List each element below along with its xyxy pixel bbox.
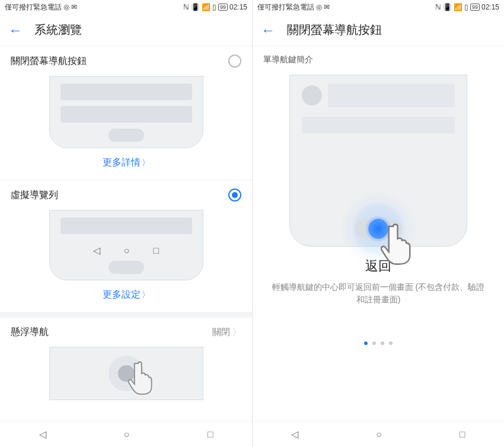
content: 關閉螢幕導航按鈕 更多詳情〉 虛擬導覽列 ◁ ○ □ 更多設定〉 — [0, 46, 252, 421]
option-value: 關閉 — [212, 327, 230, 338]
wifi-icon: 📶 — [454, 3, 462, 11]
status-bar: 僅可撥打緊急電話 ◎ ✉ ℕ 📳 📶 ▯ 99 02:15 — [253, 0, 504, 14]
title-bar: ← 關閉螢幕導航按鈕 — [253, 14, 504, 46]
nav-recents-button[interactable]: □ — [460, 429, 465, 440]
left-screen: 僅可撥打緊急電話 ◎ ✉ ℕ 📳 📶 ▯ 99 02:15 ← 系統瀏覽 關閉螢… — [0, 0, 252, 447]
status-network-text: 僅可撥打緊急電話 — [5, 2, 62, 12]
nfc-icon: ℕ — [183, 3, 189, 11]
signal-icon: ◎ — [63, 3, 69, 11]
pager-dot — [372, 341, 376, 345]
radio-unchecked[interactable] — [228, 55, 241, 68]
wifi-icon: 📶 — [202, 3, 210, 11]
signal-icon: ◎ — [316, 3, 322, 11]
chevron-right-icon: 〉 — [232, 327, 241, 338]
avatar-placeholder — [302, 85, 322, 106]
status-bar: 僅可撥打緊急電話 ◎ ✉ ℕ 📳 📶 ▯ 99 02:15 — [0, 0, 252, 14]
sim-icon: ▯ — [212, 3, 216, 11]
back-button[interactable]: ← — [261, 23, 275, 37]
pager-dot-active — [364, 341, 368, 345]
system-nav-bar: ◁ ○ □ — [253, 421, 504, 447]
pager-dot — [381, 341, 384, 345]
nfc-icon: ℕ — [435, 3, 441, 11]
right-screen: 僅可撥打緊急電話 ◎ ✉ ℕ 📳 📶 ▯ 99 02:15 ← 關閉螢幕導航按鈕… — [252, 0, 504, 447]
back-triangle-icon: ◁ — [93, 245, 100, 256]
vibrate-icon: 📳 — [191, 3, 200, 11]
status-time: 02:15 — [481, 3, 499, 11]
preview-floating-nav — [49, 347, 203, 400]
option-disable-nav-buttons[interactable]: 關閉螢幕導航按鈕 — [0, 46, 252, 76]
nav-back-button[interactable]: ◁ — [291, 429, 298, 440]
battery-icon: 99 — [218, 4, 228, 11]
nav-recents-button[interactable]: □ — [208, 429, 213, 440]
mail-icon: ✉ — [71, 3, 77, 11]
tap-target — [355, 220, 402, 238]
status-time: 02:15 — [229, 3, 247, 11]
mail-icon: ✉ — [324, 3, 330, 11]
more-details-link[interactable]: 更多詳情〉 — [0, 148, 252, 180]
back-button[interactable]: ← — [8, 23, 23, 37]
battery-icon: 99 — [470, 4, 480, 11]
content: 單導航鍵簡介 返回 輕觸導航鍵的中心即可返回前一個畫面 (不包含付款、 — [253, 46, 504, 421]
tutorial-illustration — [289, 75, 467, 247]
nav-home-button[interactable]: ○ — [124, 429, 130, 440]
nav-home-button[interactable]: ○ — [376, 429, 382, 440]
more-settings-link[interactable]: 更多設定〉 — [0, 280, 252, 312]
chevron-right-icon: 〉 — [142, 290, 150, 299]
preview-virtual-navbar: ◁ ○ □ — [49, 210, 203, 280]
system-nav-bar: ◁ ○ □ — [0, 421, 252, 447]
option-floating-nav[interactable]: 懸浮導航 關閉 〉 — [0, 318, 252, 347]
title-bar: ← 系統瀏覽 — [0, 14, 252, 46]
page-title: 系統瀏覽 — [34, 22, 82, 38]
section-divider — [0, 312, 252, 318]
reply-placeholder — [302, 117, 455, 133]
page-indicator[interactable] — [253, 341, 504, 345]
status-network-text: 僅可撥打緊急電話 — [257, 2, 314, 12]
sim-icon: ▯ — [464, 3, 468, 11]
vibrate-icon: 📳 — [443, 3, 452, 11]
option-virtual-navbar[interactable]: 虛擬導覽列 — [0, 180, 252, 210]
tutorial-description: 輕觸導航鍵的中心即可返回前一個畫面 (不包含付款、驗證和註冊畫面) — [253, 275, 504, 306]
home-circle-icon: ○ — [124, 245, 130, 256]
message-placeholder — [328, 84, 455, 107]
option-label: 虛擬導覽列 — [11, 189, 58, 202]
option-label: 關閉螢幕導航按鈕 — [11, 55, 87, 68]
preview-disable-nav — [49, 76, 203, 148]
option-label: 懸浮導航 — [11, 326, 49, 339]
recents-square-icon: □ — [154, 245, 160, 256]
chevron-right-icon: 〉 — [142, 158, 150, 167]
hand-pointer-icon — [381, 221, 416, 265]
nav-back-button[interactable]: ◁ — [39, 429, 46, 440]
pager-dot — [389, 341, 393, 345]
hand-pointer-icon — [127, 359, 157, 395]
page-title: 關閉螢幕導航按鈕 — [287, 22, 382, 38]
section-header: 單導航鍵簡介 — [253, 46, 504, 69]
radio-checked[interactable] — [228, 189, 241, 202]
